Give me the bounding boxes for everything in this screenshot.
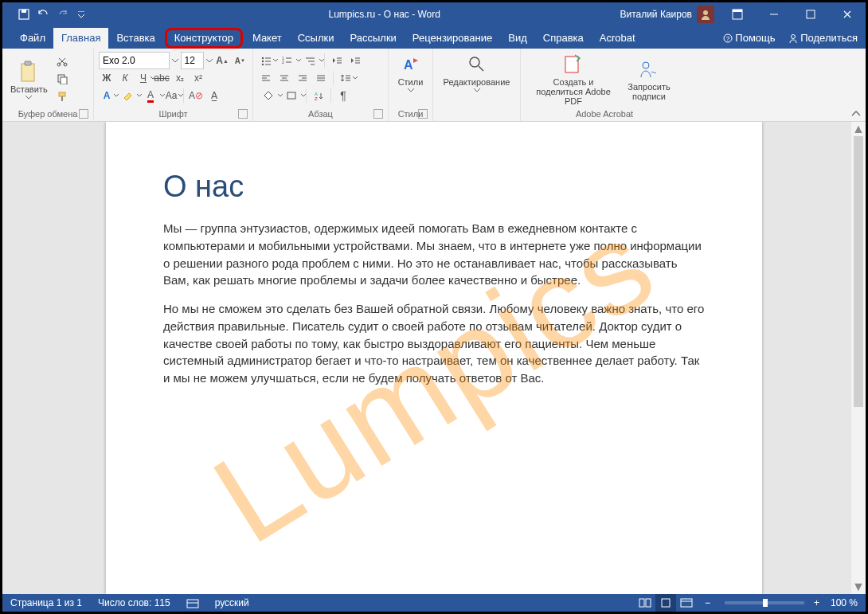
group-font: Exo 2.0 12 A▲ A▼ Ж К Ч abc x₂ x² A <box>94 49 253 121</box>
change-case-button[interactable]: Aa <box>163 88 179 104</box>
align-center-button[interactable] <box>276 70 292 86</box>
doc-paragraph: Мы — группа энтузиастов, одержимых идеей… <box>163 220 705 289</box>
styles-button[interactable]: A Стили <box>393 52 428 94</box>
numbering-button[interactable]: 12 <box>276 53 297 68</box>
read-mode-button[interactable] <box>635 594 655 612</box>
web-layout-button[interactable] <box>676 594 697 612</box>
superscript-button[interactable]: x² <box>190 70 206 86</box>
show-marks-button[interactable]: ¶ <box>335 88 351 104</box>
sort-button[interactable]: AZ <box>311 88 326 104</box>
justify-button[interactable] <box>313 70 329 86</box>
editing-button[interactable]: Редактирование <box>438 52 515 94</box>
line-spacing-button[interactable] <box>338 70 354 86</box>
align-left-button[interactable] <box>258 70 274 86</box>
font-color-button[interactable]: A <box>140 88 161 104</box>
clear-formatting-button[interactable]: A⊘ <box>188 88 204 104</box>
text-effects-button[interactable]: A <box>99 88 115 104</box>
cut-button[interactable] <box>54 53 70 69</box>
svg-rect-63 <box>646 599 651 607</box>
redo-icon[interactable] <box>57 9 68 20</box>
increase-indent-button[interactable] <box>347 53 363 68</box>
request-signatures-label: Запросить подписи <box>624 82 674 101</box>
dialog-launcher-icon[interactable] <box>418 109 428 119</box>
tab-file[interactable]: Файл <box>12 28 53 49</box>
undo-icon[interactable] <box>37 9 49 20</box>
create-pdf-button[interactable]: Создать и поделиться Adobe PDF <box>526 52 621 108</box>
multilevel-list-button[interactable] <box>299 53 320 68</box>
document-page[interactable]: Lumpics О нас Мы — группа энтузиастов, о… <box>106 122 762 594</box>
font-size-combo[interactable]: 12 <box>181 52 204 69</box>
zoom-slider-knob[interactable] <box>763 599 768 607</box>
group-font-label: Шрифт <box>99 108 248 121</box>
underline-button[interactable]: Ч <box>135 70 151 86</box>
bold-button[interactable]: Ж <box>99 70 115 86</box>
tab-design[interactable]: Конструктор <box>165 28 243 49</box>
status-language[interactable]: русский <box>207 597 257 608</box>
strikethrough-button[interactable]: abc <box>154 70 170 86</box>
user-name: Виталий Каиров <box>620 9 692 20</box>
tab-acrobat[interactable]: Acrobat <box>592 28 643 49</box>
share-button[interactable]: Поделиться <box>788 32 858 44</box>
copy-button[interactable] <box>54 71 70 87</box>
zoom-slider[interactable] <box>725 601 804 604</box>
scroll-up-icon[interactable]: ▲ <box>851 122 866 136</box>
highlight-button[interactable] <box>117 88 138 104</box>
vertical-scrollbar[interactable]: ▲ ▼ <box>851 122 866 594</box>
request-signatures-button[interactable]: Запросить подписи <box>621 52 677 108</box>
collapse-ribbon-button[interactable] <box>851 110 861 118</box>
tab-home[interactable]: Главная <box>53 28 108 49</box>
tab-view[interactable]: Вид <box>500 28 535 49</box>
scroll-down-icon[interactable]: ▼ <box>851 580 866 594</box>
status-spellcheck-icon[interactable] <box>178 597 207 608</box>
paste-button[interactable]: Вставить <box>7 52 51 108</box>
dialog-launcher-icon[interactable] <box>79 109 88 119</box>
status-word-count[interactable]: Число слов: 115 <box>90 597 178 608</box>
paste-icon <box>18 61 40 83</box>
svg-text:?: ? <box>726 35 730 42</box>
zoom-in-button[interactable]: + <box>811 597 823 608</box>
svg-point-20 <box>262 61 264 62</box>
shading-button[interactable] <box>258 88 279 104</box>
bullets-button[interactable] <box>258 53 274 68</box>
tab-insert[interactable]: Вставка <box>108 28 162 49</box>
tab-review[interactable]: Рецензирование <box>405 28 500 49</box>
dialog-launcher-icon[interactable] <box>238 109 248 119</box>
shrink-font-button[interactable]: A▼ <box>233 53 248 68</box>
status-page[interactable]: Страница 1 из 1 <box>2 597 90 608</box>
maximize-button[interactable] <box>792 2 829 26</box>
group-clipboard-label: Буфер обмена <box>7 108 88 121</box>
decrease-indent-button[interactable] <box>329 53 345 68</box>
phonetic-guide-button[interactable]: A̲ <box>206 88 222 104</box>
print-layout-button[interactable] <box>655 594 676 612</box>
tab-references[interactable]: Ссылки <box>290 28 342 49</box>
scrollbar-thumb[interactable] <box>854 136 863 407</box>
subscript-button[interactable]: x₂ <box>172 70 188 86</box>
svg-rect-15 <box>61 77 67 84</box>
qat-customize-icon[interactable] <box>76 9 87 20</box>
ribbon-display-options[interactable] <box>719 2 756 26</box>
chevron-down-icon[interactable] <box>206 59 213 63</box>
tell-me[interactable]: ? Помощь <box>723 32 776 44</box>
user-account[interactable]: Виталий Каиров <box>615 6 719 23</box>
zoom-out-button[interactable]: − <box>697 597 718 608</box>
chevron-down-icon[interactable] <box>172 59 178 63</box>
tab-help[interactable]: Справка <box>535 28 592 49</box>
minimize-button[interactable] <box>756 2 792 26</box>
svg-rect-11 <box>25 61 31 65</box>
tab-mailings[interactable]: Рассылки <box>342 28 404 49</box>
font-name-combo[interactable]: Exo 2.0 <box>99 52 170 69</box>
borders-button[interactable] <box>281 88 302 104</box>
pdf-icon <box>562 53 585 76</box>
align-right-button[interactable] <box>295 70 311 86</box>
paste-label: Вставить <box>10 84 48 94</box>
close-button[interactable] <box>829 2 866 26</box>
italic-button[interactable]: К <box>117 70 133 86</box>
save-icon[interactable] <box>18 9 29 20</box>
zoom-level[interactable]: 100 % <box>823 597 866 608</box>
quick-access-toolbar <box>2 9 154 20</box>
dialog-launcher-icon[interactable] <box>373 109 383 119</box>
grow-font-button[interactable]: A▲ <box>215 53 230 68</box>
format-painter-button[interactable] <box>54 88 70 104</box>
svg-rect-4 <box>733 10 742 12</box>
tab-layout[interactable]: Макет <box>244 28 290 49</box>
